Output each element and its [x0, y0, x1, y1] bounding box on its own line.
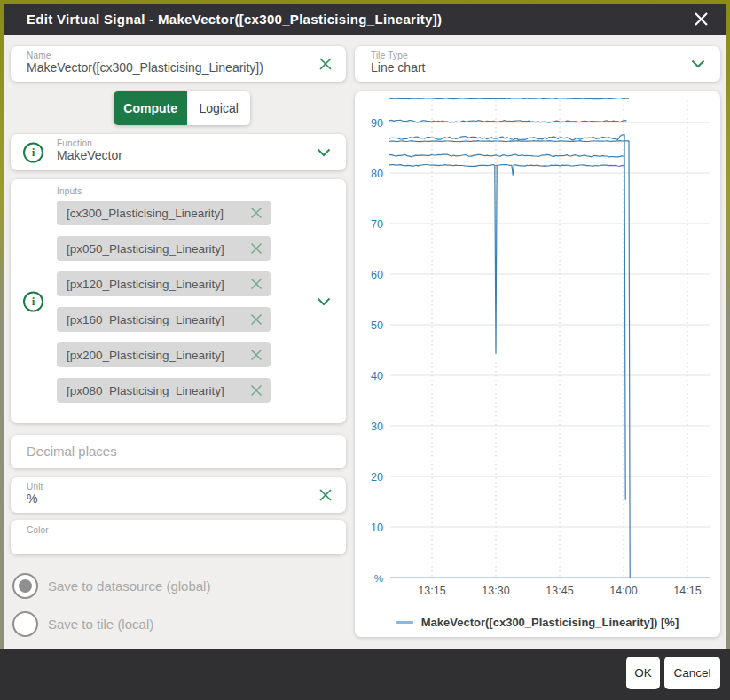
info-icon[interactable]: i	[23, 291, 43, 311]
color-field[interactable]: Color	[11, 520, 346, 554]
y-axis-tick-label: 30	[371, 421, 383, 433]
function-field[interactable]: i Function MakeVector	[11, 134, 346, 170]
close-button[interactable]	[691, 10, 710, 29]
save-to-tile-radio[interactable]: Save to tile (local)	[12, 611, 153, 637]
compute-tab[interactable]: Compute	[114, 91, 187, 125]
unit-clear-button[interactable]	[318, 487, 334, 503]
info-icon-glyph: i	[32, 295, 35, 309]
save-to-tile-label: Save to tile (local)	[48, 617, 153, 632]
input-chip: [px050_Plasticising_Linearity]	[57, 236, 271, 261]
color-label: Color	[27, 525, 346, 535]
x-axis-tick-label: 13:30	[482, 585, 509, 597]
dialog-surface: Edit Virtual Signal - MakeVector([cx300_…	[4, 4, 726, 698]
y-axis-tick-label: 40	[371, 370, 383, 382]
input-chip-label: [px120_Plasticising_Linearity]	[67, 278, 250, 291]
save-to-datasource-label: Save to datasource (global)	[48, 578, 210, 594]
unit-field[interactable]: Unit %	[11, 477, 346, 513]
line-chart-preview: 908070605040302010%13:1513:3013:4514:001…	[355, 91, 720, 637]
inputs-dropdown-button[interactable]	[316, 296, 332, 307]
chip-remove-button[interactable]	[250, 278, 263, 290]
y-axis-tick-label: 20	[371, 471, 383, 484]
line-chart-svg: 908070605040302010%13:1513:3013:4514:001…	[355, 91, 720, 637]
cancel-button[interactable]: Cancel	[664, 657, 720, 689]
input-chip-label: [cx300_Plasticising_Linearity]	[67, 207, 250, 220]
y-axis-unit-label: %	[374, 573, 383, 584]
chart-series-line	[389, 98, 629, 99]
clear-icon	[318, 488, 333, 502]
radio-circle-icon	[12, 573, 38, 599]
chip-remove-icon	[250, 207, 263, 219]
chip-remove-icon	[250, 349, 263, 361]
inputs-chip-list: [cx300_Plasticising_Linearity][px050_Pla…	[57, 201, 271, 413]
input-chip-label: [px080_Plasticising_Linearity]	[67, 384, 250, 397]
name-field[interactable]: Name MakeVector([cx300_Plasticising_Line…	[11, 46, 346, 82]
x-axis-tick-label: 14:00	[609, 585, 637, 597]
chip-remove-icon	[250, 242, 263, 255]
tile-type-label: Tile Type	[371, 51, 685, 60]
logical-tab[interactable]: Logical	[187, 91, 250, 125]
inputs-label: Inputs	[57, 186, 82, 196]
input-chip: [px120_Plasticising_Linearity]	[57, 271, 271, 296]
radio-circle-icon	[12, 611, 38, 637]
chip-remove-button[interactable]	[250, 313, 263, 326]
dialog-title: Edit Virtual Signal - MakeVector([cx300_…	[27, 12, 442, 27]
name-clear-button[interactable]	[318, 56, 334, 72]
chip-remove-button[interactable]	[250, 207, 263, 219]
chip-remove-icon	[250, 313, 263, 326]
chart-series-line	[389, 135, 625, 500]
info-icon-glyph: i	[32, 146, 35, 160]
chevron-down-icon	[691, 59, 705, 68]
tile-type-dropdown-button[interactable]	[690, 59, 706, 69]
x-axis-tick-label: 13:15	[418, 585, 445, 597]
tile-type-field[interactable]: Tile Type Line chart	[355, 46, 720, 82]
dialog-footer: OK Cancel	[0, 649, 730, 700]
legend-swatch	[396, 621, 413, 624]
close-icon	[694, 12, 709, 27]
x-axis-tick-label: 13:45	[546, 585, 573, 597]
chip-remove-button[interactable]	[250, 242, 263, 255]
input-chip-label: [px160_Plasticising_Linearity]	[67, 313, 250, 326]
x-axis-tick-label: 14:15	[673, 585, 701, 597]
chart-series-line	[389, 154, 624, 157]
legend-label: MakeVector([cx300_Plasticising_Linearity…	[421, 616, 679, 629]
y-axis-tick-label: 70	[371, 218, 383, 231]
chevron-down-icon	[317, 297, 331, 306]
unit-label: Unit	[27, 482, 310, 492]
decimal-places-placeholder: Decimal places	[11, 435, 346, 468]
chip-remove-button[interactable]	[250, 384, 263, 397]
dialog-titlebar: Edit Virtual Signal - MakeVector([cx300_…	[4, 4, 726, 35]
y-axis-tick-label: 80	[371, 168, 383, 180]
input-chip-label: [px200_Plasticising_Linearity]	[67, 349, 250, 362]
chip-remove-icon	[250, 278, 263, 290]
save-to-datasource-radio[interactable]: Save to datasource (global)	[12, 573, 210, 599]
function-dropdown-button[interactable]	[316, 147, 332, 158]
edit-virtual-signal-dialog: Edit Virtual Signal - MakeVector([cx300_…	[0, 0, 730, 700]
input-chip: [px200_Plasticising_Linearity]	[57, 342, 271, 367]
input-chip: [cx300_Plasticising_Linearity]	[57, 201, 271, 225]
inputs-field[interactable]: i Inputs [cx300_Plasticising_Linearity][…	[11, 179, 346, 423]
chip-remove-icon	[250, 384, 263, 397]
function-label: Function	[57, 138, 122, 148]
chart-series-line	[389, 141, 630, 578]
unit-value: %	[27, 492, 310, 506]
chevron-down-icon	[317, 148, 331, 157]
clear-icon	[318, 57, 333, 71]
y-axis-tick-label: 10	[371, 522, 383, 534]
y-axis-tick-label: 50	[371, 319, 383, 332]
input-chip-label: [px050_Plasticising_Linearity]	[67, 242, 250, 256]
function-value: MakeVector	[57, 148, 122, 162]
decimal-places-field[interactable]: Decimal places	[11, 435, 346, 468]
chart-legend: MakeVector([cx300_Plasticising_Linearity…	[355, 616, 720, 629]
y-axis-tick-label: 90	[371, 117, 383, 130]
chip-remove-button[interactable]	[250, 349, 263, 361]
info-icon[interactable]: i	[23, 142, 43, 162]
input-chip: [px160_Plasticising_Linearity]	[57, 307, 271, 332]
tile-type-value: Line chart	[371, 60, 685, 75]
name-field-label: Name	[27, 51, 310, 60]
mode-toggle: Compute Logical	[114, 91, 250, 125]
name-field-value: MakeVector([cx300_Plasticising_Linearity…	[27, 60, 310, 75]
input-chip: [px080_Plasticising_Linearity]	[57, 378, 271, 403]
y-axis-tick-label: 60	[371, 269, 383, 281]
ok-button[interactable]: OK	[626, 657, 660, 689]
